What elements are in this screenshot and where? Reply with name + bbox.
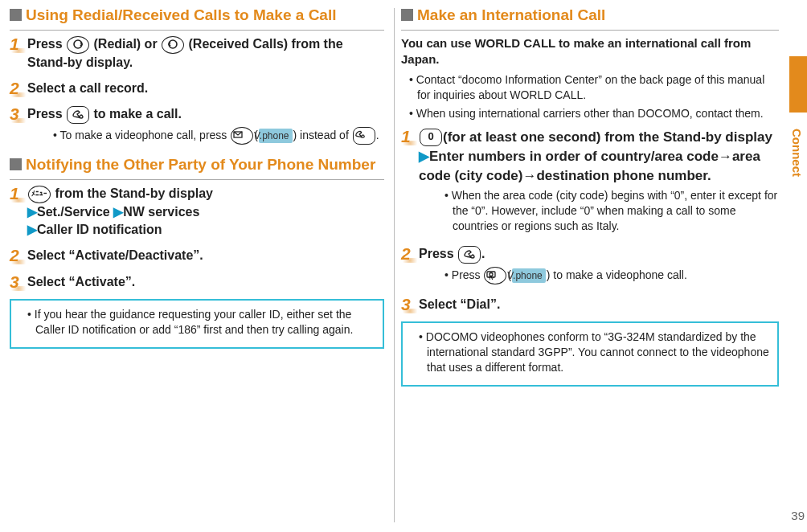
step-1: 1 Press (Redial) or (Received Calls) fro… bbox=[10, 35, 384, 72]
heading-text: Notifying the Other Party of Your Phone … bbox=[26, 156, 375, 174]
bullet: Press TV (V.phone) to make a videophone … bbox=[444, 267, 779, 284]
left-column: Using Redial/Received Calls to Make a Ca… bbox=[0, 0, 394, 532]
arrow-icon: ▶ bbox=[27, 223, 37, 236]
step-2: 2 Select a call record. bbox=[10, 80, 384, 97]
note-bullet: DOCOMO videophones conform to “3G-324M s… bbox=[419, 329, 769, 375]
step-text: ﾒﾆｭｰ from the Stand-by display ▶Set./Ser… bbox=[27, 185, 213, 239]
arrow-icon: ▶ bbox=[113, 205, 123, 219]
right-column: Make an International Call You can use W… bbox=[395, 0, 789, 532]
tab-highlight bbox=[789, 56, 807, 113]
rule bbox=[10, 30, 384, 31]
bullet: To make a videophone call, press (V.phon… bbox=[53, 127, 384, 145]
step-text: Press (Redial) or (Received Calls) from … bbox=[27, 35, 384, 72]
step-2b: 2 Select “Activate/Deactivate”. bbox=[10, 247, 384, 264]
text: (for at least one second) from the Stand… bbox=[443, 129, 772, 145]
arrow-icon: ▶ bbox=[27, 205, 37, 219]
text: Press bbox=[27, 107, 66, 121]
heading-notify: Notifying the Other Party of Your Phone … bbox=[10, 156, 384, 174]
heading-redial: Using Redial/Received Calls to Make a Ca… bbox=[10, 6, 384, 25]
text: Press bbox=[452, 268, 484, 281]
step-number: 2 bbox=[401, 245, 419, 288]
step-r2: 2 Press . Press TV (V.phone) to make a v… bbox=[401, 245, 779, 288]
step-1b: 1 ﾒﾆｭｰ from the Stand-by display ▶Set./S… bbox=[10, 185, 384, 239]
note-box: DOCOMO videophones conform to “3G-324M s… bbox=[401, 321, 779, 387]
step-number: 1 bbox=[401, 128, 419, 237]
step-number: 3 bbox=[10, 105, 27, 148]
text: ) to make a videophone call. bbox=[547, 268, 687, 281]
text: . bbox=[376, 129, 379, 141]
text: Enter numbers in order of country/area c… bbox=[419, 149, 760, 183]
heading-square-icon bbox=[10, 9, 22, 21]
svg-text:TV: TV bbox=[489, 276, 494, 280]
call-key-icon bbox=[353, 127, 375, 145]
heading-text: Using Redial/Received Calls to Make a Ca… bbox=[26, 6, 336, 25]
vphone-chip: V.phone bbox=[512, 268, 546, 283]
camera-key-icon: TV bbox=[484, 267, 506, 284]
side-tab: Connect 39 bbox=[789, 0, 807, 532]
step-number: 2 bbox=[10, 247, 27, 264]
zero-key-icon: 0 bbox=[420, 129, 442, 146]
heading-square-icon bbox=[10, 158, 22, 170]
page-number: 39 bbox=[791, 509, 805, 522]
step-text: 0(for at least one second) from the Stan… bbox=[419, 128, 779, 185]
text: NW services bbox=[123, 205, 199, 219]
svg-point-1 bbox=[169, 40, 177, 48]
text: ) bbox=[293, 129, 301, 141]
page: Using Redial/Received Calls to Make a Ca… bbox=[0, 0, 807, 532]
heading-square-icon bbox=[401, 9, 413, 21]
step-number: 2 bbox=[10, 80, 27, 97]
step-number: 3 bbox=[10, 273, 27, 291]
heading-text: Make an International Call bbox=[417, 6, 605, 25]
text: To make a videophone call, press bbox=[60, 129, 231, 141]
mail-key-icon bbox=[231, 127, 253, 145]
text: Set./Service bbox=[37, 205, 110, 219]
redial-right-icon bbox=[67, 36, 89, 54]
text: Caller ID notification bbox=[37, 223, 162, 236]
menu-key-icon: ﾒﾆｭｰ bbox=[28, 186, 51, 203]
intro-text: You can use WORLD CALL to make an intern… bbox=[401, 35, 779, 68]
rule bbox=[401, 30, 779, 31]
note-bullet: If you hear the guidance requesting your… bbox=[27, 307, 375, 338]
step-text: Select “Dial”. bbox=[419, 296, 500, 313]
bullet: When the area code (city code) begins wi… bbox=[444, 188, 779, 234]
call-key-icon bbox=[67, 106, 89, 124]
bullet: When using international carriers other … bbox=[409, 106, 779, 121]
text: Press bbox=[419, 247, 457, 260]
step-text: Select “Activate”. bbox=[27, 273, 135, 291]
step-body: Press TV (V.phone) to make a videophone … bbox=[436, 267, 779, 284]
text: Press bbox=[27, 37, 66, 51]
step-body: To make a videophone call, press (V.phon… bbox=[45, 127, 384, 145]
svg-point-0 bbox=[74, 40, 82, 48]
received-left-icon bbox=[162, 36, 184, 54]
text: instead of bbox=[300, 129, 352, 141]
step-body: When the area code (city code) begins wi… bbox=[436, 188, 779, 234]
step-text: Select “Activate/Deactivate”. bbox=[27, 247, 203, 264]
step-text: Select a call record. bbox=[27, 80, 148, 97]
step-text: Press to make a call. bbox=[27, 105, 384, 124]
text: from the Stand-by display bbox=[55, 186, 212, 200]
step-3b: 3 Select “Activate”. bbox=[10, 273, 384, 291]
heading-intl: Make an International Call bbox=[401, 6, 779, 25]
text: to make a call. bbox=[94, 107, 182, 121]
tab-label: Connect bbox=[790, 129, 804, 177]
intro-bullets: Contact “docomo Information Center” on t… bbox=[401, 72, 779, 121]
text: (Redial) or bbox=[94, 37, 162, 51]
step-r3: 3 Select “Dial”. bbox=[401, 296, 779, 313]
step-number: 1 bbox=[10, 185, 27, 239]
text: . bbox=[481, 247, 485, 260]
call-key-icon bbox=[458, 246, 481, 264]
step-3: 3 Press to make a call. To make a videop… bbox=[10, 105, 384, 148]
step-number: 1 bbox=[10, 35, 27, 72]
step-text: Press . bbox=[419, 245, 779, 264]
vphone-chip: V.phone bbox=[259, 129, 293, 143]
step-r1: 1 0(for at least one second) from the St… bbox=[401, 128, 779, 237]
note-box: If you hear the guidance requesting your… bbox=[10, 299, 384, 349]
arrow-icon: ▶ bbox=[419, 149, 429, 164]
step-number: 3 bbox=[401, 296, 419, 313]
rule bbox=[10, 179, 384, 180]
bullet: Contact “docomo Information Center” on t… bbox=[409, 72, 779, 103]
